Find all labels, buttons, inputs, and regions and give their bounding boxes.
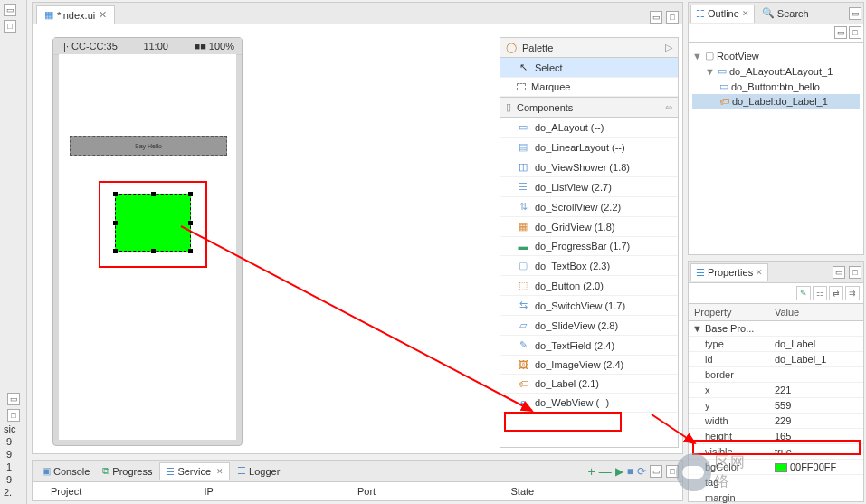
tab-console[interactable]: ▣Console: [36, 462, 95, 480]
resize-handle[interactable]: [113, 192, 118, 196]
minimize-icon-2[interactable]: ▭: [7, 393, 20, 405]
tab-progress[interactable]: ⧉Progress: [97, 462, 157, 480]
palette-item[interactable]: ▦do_GridView (1.8): [500, 217, 678, 237]
palette-item[interactable]: ⬚do_Button (2.0): [500, 276, 678, 296]
resize-handle[interactable]: [188, 221, 193, 225]
minimize-icon[interactable]: ▭: [4, 4, 16, 16]
minimize-icon[interactable]: ▭: [833, 266, 845, 279]
properties-table[interactable]: PropertyValue ▼ Base Pro... typedo_Label…: [689, 304, 863, 504]
remove-icon[interactable]: —: [599, 464, 612, 479]
canvas-label-widget[interactable]: [115, 194, 191, 252]
editor-canvas[interactable]: ·|· CC-CC:35 11:00 ■■ 100% Say Hello: [33, 24, 682, 453]
prop-row: margin: [689, 490, 863, 504]
palette-item[interactable]: ▬do_ProgressBar (1.7): [500, 237, 678, 256]
properties-tabbar: ☰ Properties ✕ ▭ □: [689, 262, 863, 283]
new-prop-icon[interactable]: ✎: [796, 286, 811, 300]
properties-toolbar: ✎ ☷ ⇄ ⇉: [689, 283, 863, 304]
tree-label[interactable]: 🏷 do_Label:do_Label_1: [692, 94, 860, 109]
expand-icon[interactable]: ▼: [692, 51, 702, 62]
col-ip[interactable]: IP: [205, 486, 358, 497]
palette-item[interactable]: ▱do_SlideView (2.8): [500, 316, 678, 336]
palette-item[interactable]: ▢do_TextBox (2.3): [500, 256, 678, 276]
maximize-icon[interactable]: □: [666, 11, 679, 24]
add-icon[interactable]: +: [588, 464, 595, 479]
tab-outline[interactable]: ☷ Outline ✕: [690, 5, 755, 23]
resize-handle[interactable]: [151, 192, 156, 196]
editor-tab-index[interactable]: ▦ *index.ui ✕: [36, 5, 115, 24]
palette-item-label[interactable]: 🏷do_Label (2.1): [500, 375, 678, 394]
prop-value[interactable]: 221: [769, 383, 863, 398]
tab-service[interactable]: ☰Service✕: [159, 462, 230, 480]
palette-item[interactable]: ⇅do_ScrollView (2.2): [500, 197, 678, 217]
maximize-icon[interactable]: □: [666, 465, 679, 478]
prop-value[interactable]: 165: [769, 429, 863, 444]
tab-logger[interactable]: ☰Logger: [232, 462, 285, 480]
maximize-icon[interactable]: □: [849, 26, 861, 39]
chevron-right-icon[interactable]: ▷: [665, 42, 672, 53]
tree-layout[interactable]: ▼ ▭ do_ALayout:ALayout_1: [692, 63, 860, 79]
prop-value[interactable]: [769, 367, 863, 383]
col-project[interactable]: Project: [51, 486, 205, 497]
resize-handle[interactable]: [113, 249, 118, 253]
minimize-icon[interactable]: ▭: [834, 26, 847, 39]
restore-icon-2[interactable]: □: [7, 409, 20, 422]
palette-item[interactable]: 🖼do_ImageView (2.4): [500, 356, 678, 375]
device-screen[interactable]: Say Hello: [59, 54, 236, 440]
close-icon[interactable]: ✕: [99, 9, 107, 21]
minimize-icon[interactable]: ▭: [650, 11, 662, 24]
palette-item[interactable]: ☰do_ListView (2.7): [500, 177, 678, 197]
tab-properties[interactable]: ☰ Properties ✕: [690, 263, 768, 281]
outline-tree[interactable]: ▼ ▢ RootView ▼ ▭ do_ALayout:ALayout_1 ▭ …: [689, 43, 863, 114]
palette-item[interactable]: ✎do_TextField (2.4): [500, 336, 678, 356]
group-base[interactable]: ▼ Base Pro...: [689, 321, 863, 337]
restore-icon[interactable]: □: [4, 20, 16, 33]
resize-handle[interactable]: [188, 249, 193, 253]
close-icon[interactable]: ✕: [742, 9, 749, 18]
prop-row: border: [689, 367, 863, 383]
minimize-icon[interactable]: ▭: [650, 465, 662, 478]
tree-button[interactable]: ▭ do_Button:btn_hello: [692, 79, 860, 94]
prop-value[interactable]: 00FF00FF: [769, 460, 863, 475]
palette-item[interactable]: ⇆do_SwitchView (1.7): [500, 296, 678, 316]
refresh-icon[interactable]: ⟳: [637, 465, 646, 478]
stop-icon[interactable]: ■: [627, 465, 633, 478]
col-port[interactable]: Port: [357, 486, 511, 497]
filter-icon[interactable]: ⇄: [829, 286, 843, 300]
prop-value[interactable]: 229: [769, 414, 863, 429]
tab-search[interactable]: 🔍 Search: [757, 4, 814, 23]
col-value: Value: [769, 304, 863, 321]
palette-tool-select[interactable]: ↖ Select: [500, 58, 678, 78]
prop-value[interactable]: do_Label: [769, 337, 863, 352]
col-state[interactable]: State: [511, 486, 665, 497]
prop-row: x221: [689, 383, 863, 398]
prop-value[interactable]: true: [769, 444, 863, 460]
resize-handle[interactable]: [151, 249, 156, 253]
resize-handle[interactable]: [113, 221, 118, 225]
palette-item[interactable]: ▤do_LinearLayout (--): [500, 138, 678, 157]
prop-value[interactable]: 559: [769, 398, 863, 414]
palette-tool-marquee[interactable]: Marquee: [500, 78, 678, 97]
close-icon[interactable]: ✕: [756, 268, 763, 277]
palette-item[interactable]: ▭do_ALayout (--): [500, 118, 678, 138]
annotation-box-2: [504, 412, 622, 432]
resize-handle[interactable]: [188, 192, 193, 196]
palette-section-components[interactable]: ▯ Components ⇔: [500, 97, 678, 118]
expand-icon[interactable]: ▼: [705, 66, 715, 77]
minimize-icon[interactable]: ▭: [849, 7, 861, 20]
palette-item[interactable]: edo_WebView (--): [500, 394, 678, 413]
close-icon[interactable]: ✕: [216, 467, 224, 476]
filter2-icon[interactable]: ⇉: [845, 286, 860, 300]
prop-value[interactable]: [769, 490, 863, 504]
prop-value[interactable]: [769, 475, 863, 490]
tree-root[interactable]: ▼ ▢ RootView: [692, 48, 860, 63]
run-icon[interactable]: ▶: [615, 465, 623, 478]
scrollview-icon: ⇅: [517, 201, 529, 213]
pin-icon[interactable]: ⇔: [665, 102, 672, 112]
canvas-button-widget[interactable]: Say Hello: [70, 136, 227, 156]
outline-view: ☷ Outline ✕ 🔍 Search ▭ ▭ □ ▼ ▢ RootView …: [688, 2, 864, 255]
maximize-icon[interactable]: □: [849, 266, 861, 279]
tree-mode-icon[interactable]: ☷: [813, 286, 827, 300]
palette-item[interactable]: ◫do_ViewShower (1.8): [500, 157, 678, 177]
palette-header[interactable]: ◯ Palette ▷: [500, 38, 678, 58]
prop-value[interactable]: do_Label_1: [769, 352, 863, 367]
